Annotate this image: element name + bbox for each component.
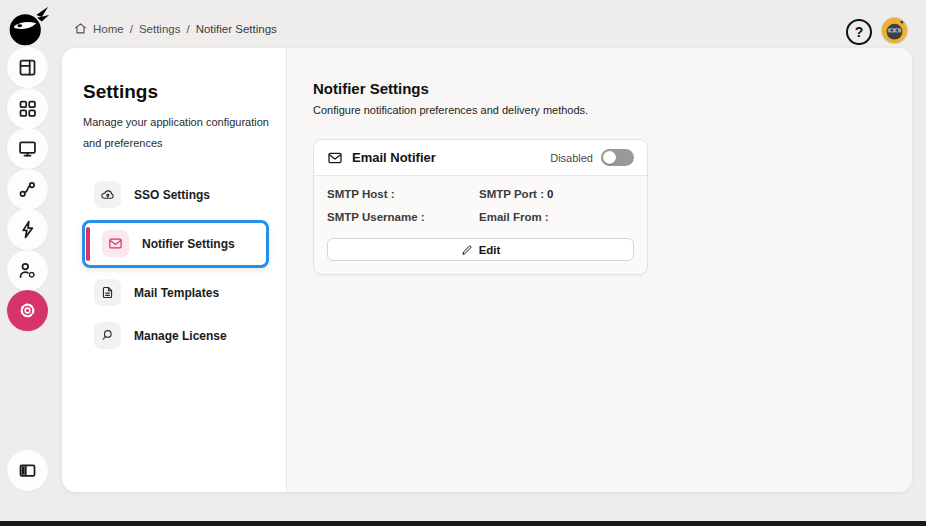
settings-gear-icon[interactable] (7, 290, 48, 331)
edit-button-label: Edit (479, 244, 501, 256)
field-label: SMTP Host : (327, 188, 395, 200)
mail-icon (327, 150, 343, 166)
breadcrumb-settings[interactable]: Settings (139, 23, 181, 35)
card-title: Email Notifier (352, 150, 436, 165)
panel-left-icon[interactable] (7, 450, 48, 491)
settings-nav-list: SSO Settings Notifier Settings Mail (83, 176, 269, 360)
pencil-icon (461, 244, 473, 256)
nav-item-mail-templates[interactable]: Mail Templates (83, 274, 269, 312)
field-label: SMTP Username : (327, 211, 425, 223)
field-smtp-host: SMTP Host : (327, 188, 479, 200)
dashboard-layout-icon[interactable] (7, 47, 48, 88)
nav-item-label: Notifier Settings (142, 237, 235, 251)
field-email-from: Email From : (479, 211, 634, 223)
main-panel: Settings Manage your application configu… (62, 48, 912, 492)
nav-item-manage-license[interactable]: Manage License (83, 317, 269, 355)
route-branch-icon[interactable] (7, 169, 48, 210)
toggle-knob (603, 151, 616, 164)
smtp-fields: SMTP Host : SMTP Port :0 SMTP Username :… (327, 188, 634, 223)
mail-icon (102, 230, 129, 257)
page-title: Notifier Settings (313, 80, 912, 97)
notifier-settings-content: Notifier Settings Configure notification… (287, 48, 912, 492)
apps-grid-icon[interactable] (7, 88, 48, 129)
window-bottom-edge (0, 521, 926, 526)
page-subtitle: Configure notification preferences and d… (313, 104, 912, 116)
icon-rail (0, 0, 56, 526)
user-gear-icon[interactable] (7, 250, 48, 291)
field-smtp-username: SMTP Username : (327, 211, 479, 223)
breadcrumb-separator: / (130, 23, 133, 35)
breadcrumb: Home / Settings / Notifier Settings (74, 22, 277, 35)
edit-button[interactable]: Edit (327, 238, 634, 261)
nav-item-label: SSO Settings (134, 188, 210, 202)
magnifier-icon (94, 322, 121, 349)
field-label: SMTP Port : (479, 188, 544, 200)
breadcrumb-notifier-settings: Notifier Settings (196, 23, 277, 35)
field-label: Email From : (479, 211, 549, 223)
user-avatar[interactable] (882, 18, 907, 43)
breadcrumb-separator: / (186, 23, 189, 35)
toggle-label: Disabled (550, 152, 593, 164)
help-glyph: ? (855, 24, 864, 40)
card-body: SMTP Host : SMTP Port :0 SMTP Username :… (314, 175, 647, 274)
nav-item-notifier-settings[interactable]: Notifier Settings (82, 220, 269, 268)
settings-title: Settings (83, 81, 269, 103)
app-logo-ninja[interactable] (6, 5, 50, 49)
field-smtp-port: SMTP Port :0 (479, 188, 634, 200)
nav-item-label: Manage License (134, 329, 227, 343)
email-notifier-toggle[interactable] (601, 149, 634, 166)
cloud-lock-icon (94, 181, 121, 208)
nav-item-label: Mail Templates (134, 286, 219, 300)
settings-nav: Settings Manage your application configu… (62, 48, 287, 492)
desktop-monitor-icon[interactable] (7, 128, 48, 169)
help-icon[interactable]: ? (846, 19, 872, 45)
lightning-bolt-icon[interactable] (7, 209, 48, 250)
toggle-group: Disabled (550, 149, 634, 166)
field-value: 0 (547, 188, 553, 200)
settings-subtitle: Manage your application configuration an… (83, 112, 273, 154)
nav-item-sso-settings[interactable]: SSO Settings (83, 176, 269, 214)
card-header: Email Notifier Disabled (314, 140, 647, 175)
home-icon (74, 22, 87, 35)
file-text-icon (94, 279, 121, 306)
email-notifier-card: Email Notifier Disabled SMTP Host : SMTP… (313, 139, 648, 275)
breadcrumb-home[interactable]: Home (93, 23, 124, 35)
